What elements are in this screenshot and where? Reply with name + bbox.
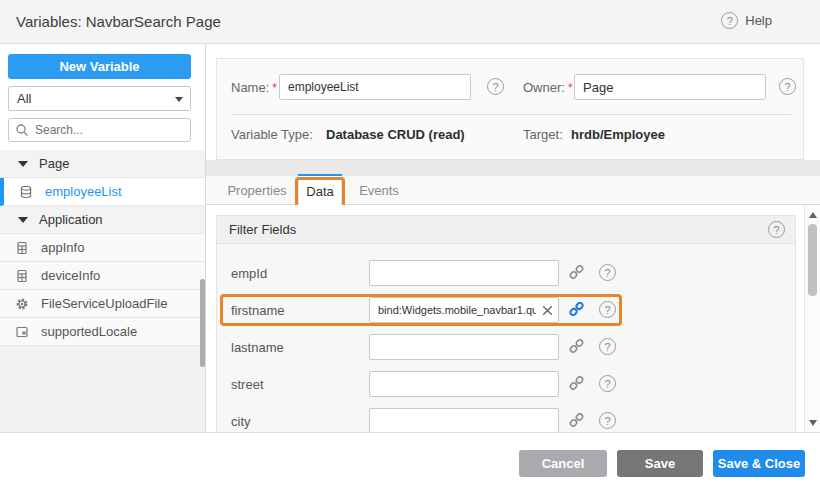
help-button[interactable]: ? Help — [721, 12, 772, 29]
filter-fields-title: Filter Fields — [229, 222, 296, 237]
field-help-icon[interactable]: ? — [599, 412, 616, 429]
tab-bar: Properties Data Events — [206, 176, 820, 205]
clear-icon[interactable] — [541, 303, 554, 321]
app-grid-icon — [15, 241, 29, 255]
filter-row-lastname: lastname ? — [217, 334, 797, 360]
filter-row-label: lastname — [231, 340, 284, 355]
variable-filter-select[interactable]: All — [8, 86, 191, 111]
search-icon — [15, 123, 29, 141]
bind-link-icon[interactable] — [569, 265, 584, 284]
variable-detail-pane: Name:* ? Owner:* Page ? Variable Type: — [206, 44, 820, 432]
page-title: Variables: NavbarSearch Page — [16, 13, 221, 30]
tree-item-employeelist[interactable]: employeeList — [0, 178, 205, 206]
filter-fields-panel: Filter Fields ? empId ? firstname — [216, 215, 796, 432]
tree-item-supportedlocale[interactable]: supportedLocale — [0, 318, 205, 346]
owner-select-wrap: Page — [574, 74, 766, 100]
bind-link-icon[interactable] — [569, 413, 584, 432]
dialog-footer: Cancel Save Save & Close — [0, 432, 820, 490]
owner-select[interactable]: Page — [574, 74, 766, 100]
bind-link-icon[interactable] — [569, 339, 584, 358]
cancel-button[interactable]: Cancel — [519, 450, 607, 477]
lastname-input[interactable] — [369, 334, 559, 360]
variable-summary-panel: Name:* ? Owner:* Page ? Variable Type: — [216, 58, 804, 160]
target-value: hrdb/Employee — [571, 127, 665, 142]
database-icon — [19, 185, 33, 199]
empid-input[interactable] — [369, 260, 559, 286]
filter-row-label: city — [231, 414, 251, 429]
tree-group-page[interactable]: Page — [0, 150, 205, 178]
variables-dialog: Variables: NavbarSearch Page ? Help New … — [0, 0, 820, 490]
filter-row-empid: empId ? — [217, 260, 797, 286]
name-help-icon[interactable]: ? — [487, 78, 504, 95]
sidebar-controls: New Variable All — [0, 44, 205, 150]
new-variable-button[interactable]: New Variable — [8, 54, 191, 79]
filter-row-label: street — [231, 377, 264, 392]
data-tab-content: Filter Fields ? empId ? firstname — [206, 205, 820, 432]
save-and-close-button[interactable]: Save & Close — [713, 450, 805, 477]
variable-type-value: Database CRUD (read) — [326, 127, 465, 142]
tree-group-label: Page — [39, 156, 69, 171]
gear-icon — [15, 297, 29, 311]
help-label: Help — [745, 13, 772, 28]
dialog-header: Variables: NavbarSearch Page ? Help — [0, 0, 820, 44]
tab-properties[interactable]: Properties — [224, 176, 290, 205]
filter-row-label: empId — [231, 266, 267, 281]
field-help-icon[interactable]: ? — [599, 338, 616, 355]
required-asterisk: * — [272, 81, 277, 95]
panel-divider — [231, 114, 791, 115]
tree-item-label: appInfo — [41, 240, 84, 255]
locale-icon — [15, 325, 29, 339]
app-grid-icon — [15, 269, 29, 283]
tree-item-deviceinfo[interactable]: deviceInfo — [0, 262, 205, 290]
search-input[interactable] — [8, 118, 191, 142]
save-button[interactable]: Save — [617, 450, 703, 477]
required-asterisk: * — [568, 81, 573, 95]
tree-item-appinfo[interactable]: appInfo — [0, 234, 205, 262]
scroll-down-icon[interactable] — [809, 420, 817, 426]
expand-triangle-icon — [18, 217, 28, 223]
tree-item-label: supportedLocale — [41, 324, 137, 339]
field-help-icon[interactable]: ? — [599, 375, 616, 392]
tab-events[interactable]: Events — [350, 176, 408, 205]
filter-row-label: firstname — [231, 303, 284, 318]
name-owner-row: Name:* ? Owner:* Page ? — [231, 74, 791, 100]
street-input[interactable] — [369, 371, 559, 397]
owner-label: Owner:* — [523, 80, 573, 95]
city-input[interactable] — [369, 408, 559, 434]
content-scrollbar[interactable] — [804, 205, 820, 432]
tree-item-fileserviceuploadfile[interactable]: FileServiceUploadFile — [0, 290, 205, 318]
field-help-icon[interactable]: ? — [599, 264, 616, 281]
bind-link-icon-bound[interactable] — [569, 302, 584, 321]
variables-tree: Page employeeList Application appInfo — [0, 150, 205, 346]
filter-row-firstname: firstname ? — [217, 297, 797, 323]
name-label: Name:* — [231, 80, 277, 95]
filter-row-street: street ? — [217, 371, 797, 397]
bind-link-icon[interactable] — [569, 376, 584, 395]
filter-fields-help-icon[interactable]: ? — [768, 221, 785, 238]
scroll-up-icon[interactable] — [809, 212, 817, 218]
tab-data[interactable]: Data — [298, 176, 342, 206]
firstname-input[interactable] — [369, 297, 559, 323]
filter-row-city: city ? — [217, 408, 797, 434]
variable-type-label: Variable Type: — [231, 127, 313, 142]
filter-fields-header: Filter Fields ? — [217, 216, 795, 244]
expand-triangle-icon — [18, 161, 28, 167]
tree-group-label: Application — [39, 212, 103, 227]
variables-sidebar: New Variable All Page — [0, 44, 205, 432]
search-wrap — [8, 118, 191, 142]
tree-item-label: FileServiceUploadFile — [41, 296, 167, 311]
target-label: Target: — [523, 127, 563, 142]
field-help-icon[interactable]: ? — [599, 301, 616, 318]
owner-help-icon[interactable]: ? — [779, 78, 796, 95]
variable-filter-select-wrap: All — [8, 86, 191, 111]
tree-group-application[interactable]: Application — [0, 206, 205, 234]
tree-item-label: employeeList — [45, 184, 122, 199]
help-icon: ? — [721, 12, 738, 29]
tree-item-label: deviceInfo — [41, 268, 100, 283]
scrollbar-thumb[interactable] — [808, 224, 817, 296]
name-input[interactable] — [279, 74, 471, 100]
